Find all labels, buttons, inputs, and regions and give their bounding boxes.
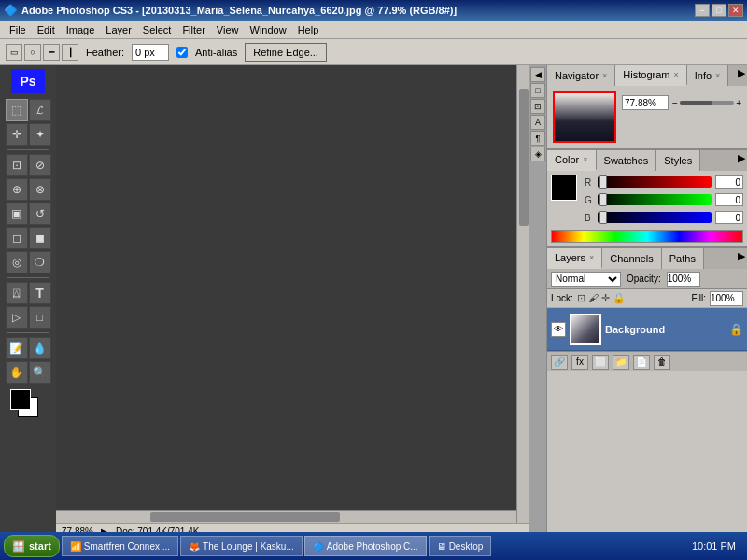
marquee-tool[interactable]: ⬚ bbox=[6, 99, 28, 121]
minimize-button[interactable]: − bbox=[695, 4, 710, 17]
layer-background[interactable]: 👁 Background 🔒 bbox=[547, 308, 747, 351]
scroll-thumb-vertical[interactable] bbox=[519, 89, 529, 226]
color-picker[interactable] bbox=[10, 389, 46, 425]
r-slider-handle[interactable] bbox=[599, 175, 607, 189]
menu-image[interactable]: Image bbox=[61, 22, 101, 37]
menu-select[interactable]: Select bbox=[137, 22, 177, 37]
menu-filter[interactable]: Filter bbox=[176, 22, 210, 37]
lasso-tool[interactable]: 𝓛 bbox=[29, 99, 51, 121]
b-slider-container[interactable] bbox=[598, 212, 712, 223]
slice-tool[interactable]: ⊘ bbox=[29, 154, 51, 176]
horizontal-scrollbar[interactable] bbox=[56, 510, 529, 523]
lock-move-icon[interactable]: ✛ bbox=[601, 292, 610, 304]
taskbar-desktop[interactable]: 🖥 Desktop bbox=[429, 536, 492, 556]
panel-ctrl-1[interactable]: ◀ bbox=[530, 67, 545, 82]
panel-ctrl-3[interactable]: ⊡ bbox=[530, 99, 545, 114]
fg-color-box[interactable] bbox=[551, 175, 577, 201]
lock-paint-icon[interactable]: 🖌 bbox=[588, 292, 599, 304]
r-slider-container[interactable] bbox=[598, 176, 712, 188]
menu-layer[interactable]: Layer bbox=[100, 22, 137, 37]
tab-paths[interactable]: Paths bbox=[662, 248, 704, 269]
close-button[interactable]: ✕ bbox=[728, 4, 743, 17]
layer-visibility-toggle[interactable]: 👁 bbox=[551, 322, 566, 337]
nav-panel-menu[interactable]: ▶ bbox=[736, 65, 747, 86]
g-slider-handle[interactable] bbox=[599, 193, 607, 206]
lock-transparent-icon[interactable]: ⊡ bbox=[577, 292, 585, 304]
add-mask-btn[interactable]: ⬜ bbox=[592, 355, 609, 370]
tab-swatches[interactable]: Swatches bbox=[597, 150, 657, 171]
scroll-thumb-horizontal[interactable] bbox=[150, 512, 340, 522]
tab-styles[interactable]: Styles bbox=[656, 150, 700, 171]
hist-tab-close[interactable]: × bbox=[673, 70, 678, 79]
eraser-tool[interactable]: ◻ bbox=[6, 227, 28, 249]
delete-layer-btn[interactable]: 🗑 bbox=[654, 355, 670, 370]
brush-tool[interactable]: ⊗ bbox=[29, 178, 51, 201]
gradient-tool[interactable]: ◼ bbox=[29, 227, 51, 249]
zoom-slider[interactable] bbox=[680, 101, 734, 105]
tab-info[interactable]: Info × bbox=[687, 65, 729, 86]
fill-input[interactable] bbox=[710, 291, 743, 306]
refine-edge-button[interactable]: Refine Edge... bbox=[245, 43, 327, 62]
b-value-input[interactable] bbox=[715, 211, 743, 224]
zoom-input[interactable] bbox=[622, 95, 669, 110]
tab-navigator[interactable]: Navigator × bbox=[547, 65, 615, 86]
zoom-tool[interactable]: 🔍 bbox=[29, 361, 51, 384]
menu-view[interactable]: View bbox=[211, 22, 245, 37]
color-tab-close[interactable]: × bbox=[583, 155, 587, 164]
shape-tool[interactable]: □ bbox=[29, 306, 51, 329]
col-select-btn[interactable]: ┃ bbox=[62, 44, 78, 61]
tab-channels[interactable]: Channels bbox=[602, 248, 661, 269]
color-spectrum-bar[interactable] bbox=[551, 230, 743, 243]
layers-tab-close[interactable]: × bbox=[589, 253, 594, 262]
ellipse-select-btn[interactable]: ○ bbox=[24, 44, 41, 61]
notes-tool[interactable]: 📝 bbox=[6, 337, 28, 359]
nav-tab-close[interactable]: × bbox=[602, 71, 607, 80]
hand-tool[interactable]: ✋ bbox=[6, 361, 28, 384]
link-layers-btn[interactable]: 🔗 bbox=[551, 355, 568, 370]
type-tool[interactable]: T bbox=[29, 282, 51, 304]
panel-ctrl-5[interactable]: ¶ bbox=[530, 131, 545, 146]
antialias-checkbox[interactable] bbox=[176, 47, 188, 58]
taskbar-lounge[interactable]: 🦊 The Lounge | Kasku... bbox=[180, 536, 303, 556]
tab-histogram[interactable]: Histogram × bbox=[615, 65, 686, 86]
new-layer-btn[interactable]: 📄 bbox=[633, 355, 650, 370]
r-value-input[interactable] bbox=[715, 175, 743, 189]
menu-help[interactable]: Help bbox=[292, 22, 325, 37]
eyedrop-tool[interactable]: 💧 bbox=[29, 337, 51, 359]
heal-tool[interactable]: ⊕ bbox=[6, 178, 28, 201]
foreground-color-swatch[interactable] bbox=[10, 389, 31, 410]
tab-layers[interactable]: Layers × bbox=[547, 248, 602, 269]
panel-ctrl-4[interactable]: A bbox=[530, 115, 545, 130]
row-select-btn[interactable]: ━ bbox=[43, 44, 60, 61]
stamp-tool[interactable]: ▣ bbox=[6, 203, 28, 225]
pen-tool[interactable]: ⍍ bbox=[6, 282, 28, 304]
magic-wand-tool[interactable]: ✦ bbox=[29, 123, 51, 146]
color-panel-menu[interactable]: ▶ bbox=[736, 150, 747, 171]
menu-edit[interactable]: Edit bbox=[32, 22, 61, 37]
taskbar-photoshop[interactable]: 🔷 Adobe Photoshop C... bbox=[304, 536, 427, 556]
g-slider-container[interactable] bbox=[598, 194, 712, 205]
path-select-tool[interactable]: ▷ bbox=[6, 306, 28, 329]
new-group-btn[interactable]: 📁 bbox=[613, 355, 629, 370]
add-style-btn[interactable]: fx bbox=[571, 355, 588, 370]
start-button[interactable]: 🪟 start bbox=[4, 535, 60, 557]
panel-ctrl-2[interactable]: □ bbox=[530, 83, 545, 98]
vertical-scrollbar[interactable] bbox=[516, 65, 529, 523]
menu-file[interactable]: File bbox=[4, 22, 32, 37]
rect-select-btn[interactable]: ▭ bbox=[6, 44, 22, 61]
history-tool[interactable]: ↺ bbox=[29, 203, 51, 225]
blend-mode-select[interactable]: Normal Multiply Screen bbox=[551, 272, 621, 287]
menu-window[interactable]: Window bbox=[245, 22, 292, 37]
dodge-tool[interactable]: ◎ bbox=[6, 251, 28, 273]
lock-all-icon[interactable]: 🔒 bbox=[613, 292, 626, 304]
panel-ctrl-6[interactable]: ◈ bbox=[530, 147, 545, 161]
layers-panel-menu[interactable]: ▶ bbox=[736, 248, 747, 269]
g-value-input[interactable] bbox=[715, 193, 743, 206]
taskbar-smartfren[interactable]: 📶 Smartfren Connex ... bbox=[62, 536, 178, 556]
maximize-button[interactable]: □ bbox=[712, 4, 726, 17]
crop-tool[interactable]: ⊡ bbox=[6, 154, 28, 176]
info-tab-close[interactable]: × bbox=[715, 71, 720, 80]
tab-color[interactable]: Color × bbox=[547, 150, 597, 171]
move-tool[interactable]: ✛ bbox=[6, 123, 28, 146]
blur-tool[interactable]: ❍ bbox=[29, 251, 51, 273]
